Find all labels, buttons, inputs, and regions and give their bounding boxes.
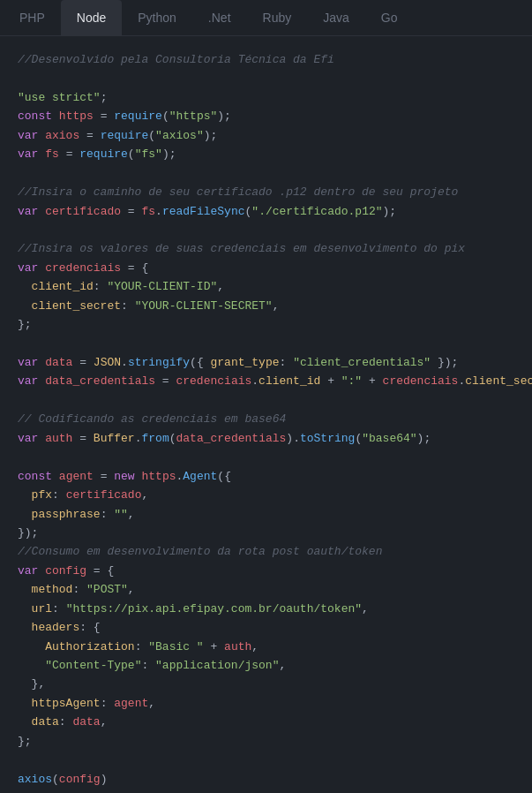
tab-node[interactable]: Node <box>61 0 122 35</box>
code-block: //Desenvolvido pela Consultoria Técnica … <box>0 36 532 793</box>
tab-python[interactable]: Python <box>122 0 192 35</box>
tab-ruby[interactable]: Ruby <box>247 0 308 35</box>
tab-php[interactable]: PHP <box>4 0 61 35</box>
tab-dotnet[interactable]: .Net <box>192 0 247 35</box>
tab-java[interactable]: Java <box>307 0 365 35</box>
tab-bar: PHP Node Python .Net Ruby Java Go <box>0 0 532 36</box>
tab-go[interactable]: Go <box>365 0 414 35</box>
